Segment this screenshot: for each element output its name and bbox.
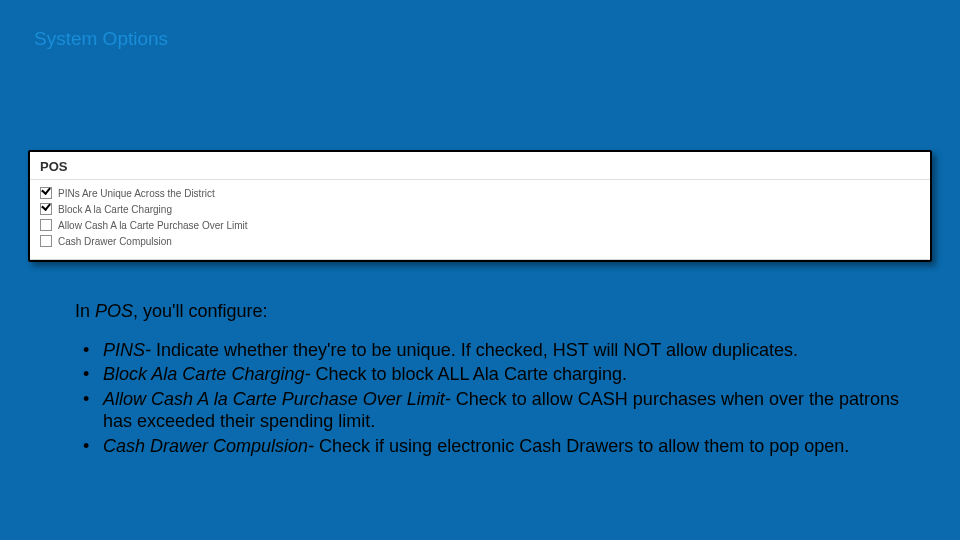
slide: System Options POS PINs Are Unique Acros…	[0, 0, 960, 540]
pos-section-title: POS	[30, 152, 930, 180]
bullet-term: Cash Drawer Compulsion-	[103, 436, 319, 456]
description-block: In POS, you'll configure: PINS- Indicate…	[75, 300, 925, 459]
intro-prefix: In	[75, 301, 95, 321]
checkbox-unchecked-icon	[40, 235, 52, 247]
checkbox-checked-icon	[40, 203, 52, 215]
pos-settings-screenshot: POS PINs Are Unique Across the District …	[28, 150, 932, 262]
intro-line: In POS, you'll configure:	[75, 300, 925, 323]
pos-option-label: Cash Drawer Compulsion	[58, 236, 172, 247]
bullet-text: Indicate whether they're to be unique. I…	[156, 340, 798, 360]
pos-option-label: Allow Cash A la Carte Purchase Over Limi…	[58, 220, 248, 231]
pos-option-row: Block A la Carte Charging	[40, 201, 920, 217]
bullet-item: PINS- Indicate whether they're to be uni…	[75, 339, 925, 362]
bullet-term: PINS-	[103, 340, 156, 360]
bullet-text: Check if using electronic Cash Drawers t…	[319, 436, 849, 456]
pos-options-list: PINs Are Unique Across the District Bloc…	[30, 180, 930, 259]
bullet-item: Cash Drawer Compulsion- Check if using e…	[75, 435, 925, 458]
pos-option-label: PINs Are Unique Across the District	[58, 188, 215, 199]
pos-option-row: Cash Drawer Compulsion	[40, 233, 920, 249]
pos-settings-panel: POS PINs Are Unique Across the District …	[30, 152, 930, 260]
bullet-list: PINS- Indicate whether they're to be uni…	[75, 339, 925, 458]
checkbox-unchecked-icon	[40, 219, 52, 231]
checkbox-checked-icon	[40, 187, 52, 199]
bullet-term: Allow Cash A la Carte Purchase Over Limi…	[103, 389, 456, 409]
pos-option-row: Allow Cash A la Carte Purchase Over Limi…	[40, 217, 920, 233]
bullet-term: Block Ala Carte Charging-	[103, 364, 315, 384]
intro-suffix: , you'll configure:	[133, 301, 268, 321]
bullet-text: Check to block ALL Ala Carte charging.	[315, 364, 627, 384]
pos-option-label: Block A la Carte Charging	[58, 204, 172, 215]
intro-emphasis: POS	[95, 301, 133, 321]
bullet-item: Allow Cash A la Carte Purchase Over Limi…	[75, 388, 925, 433]
page-title: System Options	[34, 28, 168, 50]
pos-option-row: PINs Are Unique Across the District	[40, 185, 920, 201]
bullet-item: Block Ala Carte Charging- Check to block…	[75, 363, 925, 386]
